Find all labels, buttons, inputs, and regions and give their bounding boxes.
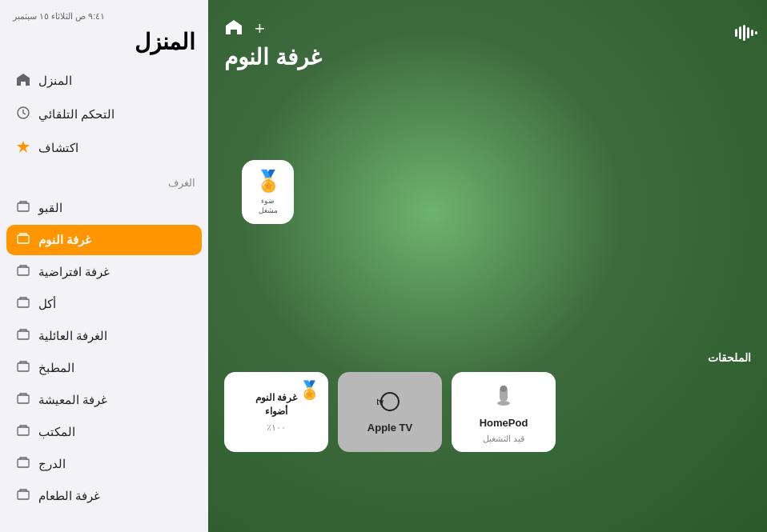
light-label: ضوءمشغل [259, 197, 278, 215]
sidebar-item-family[interactable]: الغرفة العائلية [6, 321, 202, 351]
sidebar-item-home[interactable]: المنزل [6, 65, 202, 97]
rooms-section-divider: الغرف [0, 166, 208, 193]
sidebar-item-kitchen[interactable]: المطبخ [6, 353, 202, 383]
light-icon: 🏅 [255, 169, 281, 194]
svg-rect-13 [18, 235, 29, 243]
svg-rect-1 [739, 26, 741, 39]
svg-rect-14 [18, 267, 29, 275]
sidebar-item-dining[interactable]: غرفة الطعام [6, 481, 202, 511]
room-icon-kitchen [14, 360, 32, 376]
accessories-label: الملحقات [224, 351, 751, 364]
sidebar-item-automation[interactable]: التحكم التلقائي [6, 98, 202, 130]
svg-rect-20 [18, 459, 29, 467]
accessories-row: 🏅 غرفة النومأضواء ١٠٠٪ tv Apple TV [224, 372, 751, 452]
sidebar-item-discover[interactable]: اكتشاف [6, 132, 202, 164]
sidebar-item-pods[interactable]: القبو [6, 193, 202, 223]
svg-marker-11 [17, 141, 30, 153]
room-icon-dining [14, 488, 32, 504]
sidebar-item-garage[interactable]: الدرج [6, 449, 202, 479]
apple-tv-logo-icon: tv [377, 390, 403, 417]
svg-rect-19 [18, 427, 29, 435]
sidebar-item-living[interactable]: غرفة المعيشة [6, 385, 202, 415]
homepod-card[interactable]: HomePod قيد التشغيل [452, 372, 556, 452]
clock-icon [14, 106, 32, 123]
svg-rect-3 [747, 27, 749, 38]
room-icon-family [14, 328, 32, 344]
mic-area [735, 24, 757, 45]
rooms-nav: القبو غرفة النوم غرفة [0, 193, 208, 513]
home-nav-icon [14, 72, 32, 90]
room-icon-garage [14, 456, 32, 472]
bedroom-lights-icon: 🏅 [299, 380, 320, 401]
mic-icon[interactable] [735, 30, 757, 44]
svg-rect-15 [18, 299, 29, 307]
svg-rect-0 [735, 29, 737, 37]
homepod-icon [492, 381, 515, 412]
svg-point-9 [500, 386, 507, 392]
sidebar-item-bedroom[interactable]: غرفة النوم [6, 225, 202, 255]
svg-rect-5 [755, 31, 757, 34]
home-icon-button[interactable] [224, 18, 243, 39]
top-controls: + [224, 18, 265, 39]
room-icon-pods [14, 200, 32, 216]
homepod-status: قيد التشغيل [483, 434, 524, 444]
bedroom-lights-name: غرفة النومأضواء [255, 391, 297, 418]
sidebar-nav: المنزل التحكم التلقائي اكتشاف [0, 65, 208, 166]
sidebar-item-food[interactable]: أكل [6, 289, 202, 319]
room-icon-food [14, 296, 32, 312]
svg-rect-4 [751, 30, 753, 36]
add-button[interactable]: + [255, 20, 265, 38]
sidebar-title: المنزل [0, 22, 208, 65]
screen: + غرفة النوم 🏅 ضوءمشغل الملحقات 🏅 [0, 0, 767, 532]
room-icon-virtual [14, 264, 32, 280]
accessories-section: الملحقات 🏅 غرفة النومأضواء ١٠٠٪ tv [224, 351, 751, 452]
light-button[interactable]: 🏅 ضوءمشغل [242, 160, 294, 224]
sidebar-item-office[interactable]: المكتب [6, 417, 202, 447]
svg-rect-2 [743, 25, 745, 41]
svg-rect-17 [18, 363, 29, 371]
svg-rect-12 [18, 203, 29, 211]
room-icon-office [14, 424, 32, 440]
homepod-name: HomePod [480, 417, 528, 429]
sidebar-item-virtual[interactable]: غرفة افتراضية [6, 257, 202, 287]
room-icon-living [14, 392, 32, 408]
apple-tv-label: Apple TV [367, 422, 412, 434]
main-area: + غرفة النوم 🏅 ضوءمشغل الملحقات 🏅 [208, 0, 767, 532]
svg-rect-16 [18, 331, 29, 339]
room-icon-bedroom [14, 232, 32, 248]
bedroom-lights-card[interactable]: 🏅 غرفة النومأضواء ١٠٠٪ [224, 372, 328, 452]
sidebar-time-bar: ٩:٤١ ص الثلاثاء ١٥ سبتمبر [0, 0, 208, 22]
sidebar: ٩:٤١ ص الثلاثاء ١٥ سبتمبر المنزل المنزل … [0, 0, 208, 532]
svg-rect-18 [18, 395, 29, 403]
svg-text:tv: tv [377, 398, 384, 406]
apple-tv-card[interactable]: tv Apple TV [338, 372, 442, 452]
bedroom-lights-pct: ١٠٠٪ [267, 422, 286, 433]
star-icon [14, 139, 32, 157]
sidebar-time: ٩:٤١ ص الثلاثاء ١٥ سبتمبر [13, 11, 105, 21]
svg-rect-21 [18, 491, 29, 499]
room-title: غرفة النوم [224, 44, 751, 70]
